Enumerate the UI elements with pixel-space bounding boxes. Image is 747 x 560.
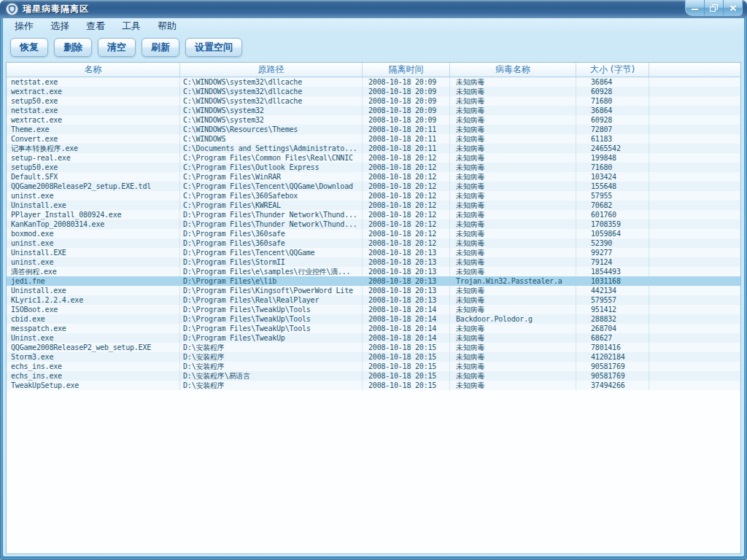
restore-file-button[interactable]: 恢复 xyxy=(10,38,48,57)
table-row[interactable]: wextract.exe C:\WINDOWS\system32\dllcach… xyxy=(7,87,740,96)
table-row[interactable]: Convert.exe C:\WINDOWS 2008-10-18 20:11 … xyxy=(7,134,740,144)
cell-time: 2008-10-18 20:14 xyxy=(363,305,450,314)
cell-path: D:\Program Files\TweakUp\Tools xyxy=(180,305,363,314)
cell-time: 2008-10-18 20:12 xyxy=(363,163,450,172)
table-row[interactable]: Theme.exe C:\WINDOWS\Resources\Themes 20… xyxy=(7,125,740,134)
menu-view[interactable]: 查看 xyxy=(80,18,111,34)
cell-name: uninst.exe xyxy=(7,238,180,248)
cell-size: 37494266 xyxy=(576,381,649,390)
cell-filler xyxy=(649,163,740,172)
cell-virus: 未知病毒 xyxy=(450,267,576,276)
table-row[interactable]: QQGame2008ReleaseP2_setup.EXE.tdl C:\Pro… xyxy=(7,182,740,191)
cell-name: 滴答例程.exe xyxy=(7,267,180,276)
cell-time: 2008-10-18 20:15 xyxy=(363,362,450,371)
table-row[interactable]: boxmod.exe D:\Program Files\360safe 2008… xyxy=(7,229,740,238)
restore-icon xyxy=(710,4,718,12)
table-row[interactable]: Storm3.exe D:\安装程序 2008-10-18 20:15 未知病毒… xyxy=(7,352,740,362)
table-row[interactable]: wextract.exe C:\WINDOWS\system32 2008-10… xyxy=(7,115,740,125)
table-row[interactable]: Uninstall.exe D:\Program Files\Kingsoft\… xyxy=(7,286,740,295)
cell-filler xyxy=(649,96,740,106)
cell-size: 155648 xyxy=(576,182,649,191)
cell-path: D:\Program Files\Thunder Network\Thund..… xyxy=(180,219,363,229)
table-row[interactable]: KanKanTop_20080314.exe D:\Program Files\… xyxy=(7,219,740,229)
column-header-size[interactable]: 大小 (字节) xyxy=(576,63,649,77)
menu-help[interactable]: 帮助 xyxy=(152,18,182,34)
cell-virus: 未知病毒 xyxy=(450,295,576,305)
cell-name: uninst.exe xyxy=(7,191,180,201)
cell-filler xyxy=(649,324,740,333)
table-row[interactable]: Uninstall.EXE D:\Program Files\Tencent\Q… xyxy=(7,248,740,257)
menu-select[interactable]: 选择 xyxy=(44,18,75,34)
window-title: 瑞星病毒隔离区 xyxy=(23,3,89,15)
column-header-virus[interactable]: 病毒名称 xyxy=(450,63,576,77)
table-row[interactable]: KLyric1.2.2.4.exe D:\Program Files\Real\… xyxy=(7,295,740,305)
table-row[interactable]: echs_ins.exe D:\安装程序\易语言 2008-10-18 20:1… xyxy=(7,371,740,381)
cell-path: D:\安装程序 xyxy=(180,352,363,362)
cell-virus: 未知病毒 xyxy=(450,333,576,343)
table-row[interactable]: TweakUpSetup.exe D:\安装程序 2008-10-18 20:1… xyxy=(7,381,740,390)
cell-size: 99277 xyxy=(576,248,649,257)
table-row[interactable]: jedi.fne D:\Program Files\e\lib 2008-10-… xyxy=(7,276,740,286)
cell-name: ISOBoot.exe xyxy=(7,305,180,314)
cell-size: 68627 xyxy=(576,333,649,343)
column-header-path[interactable]: 原路径 xyxy=(180,63,363,77)
table-row[interactable]: uninst.exe C:\Program Files\360Safebox 2… xyxy=(7,191,740,201)
cell-name: wextract.exe xyxy=(7,87,180,96)
table-row[interactable]: echs_ins.exe D:\安装程序 2008-10-18 20:15 未知… xyxy=(7,362,740,371)
cell-time: 2008-10-18 20:09 xyxy=(363,96,450,106)
table-row[interactable]: cbid.exe D:\Program Files\TweakUp\Tools … xyxy=(7,314,740,324)
refresh-button[interactable]: 刷新 xyxy=(142,38,179,57)
cell-filler xyxy=(649,144,740,153)
cell-size: 90581769 xyxy=(576,371,649,381)
table-row[interactable]: setup-real.exe C:\Program Files\Common F… xyxy=(7,153,740,163)
cell-virus: 未知病毒 xyxy=(450,381,576,390)
cell-filler xyxy=(649,286,740,295)
close-button[interactable] xyxy=(723,0,742,15)
minimize-icon xyxy=(692,4,698,11)
cell-path: C:\Program Files\WinRAR xyxy=(180,172,363,182)
cell-time: 2008-10-18 20:12 xyxy=(363,182,450,191)
restore-button[interactable] xyxy=(704,0,723,15)
minimize-button[interactable] xyxy=(686,0,704,15)
cell-name: cbid.exe xyxy=(7,314,180,324)
table-row[interactable]: Default.SFX C:\Program Files\WinRAR 2008… xyxy=(7,172,740,182)
table-row[interactable]: PPlayer_Install_080924.exe D:\Program Fi… xyxy=(7,210,740,219)
column-header-time[interactable]: 隔离时间 xyxy=(363,63,450,77)
table-row[interactable]: Uninst.exe D:\Program Files\TweakUp 2008… xyxy=(7,333,740,343)
cell-name: QQGame2008ReleaseP2_web_setup.EXE xyxy=(7,343,180,352)
cell-filler xyxy=(649,87,740,96)
cell-size: 1854493 xyxy=(576,267,649,276)
menu-tools[interactable]: 工具 xyxy=(116,18,147,34)
cell-path: C:\WINDOWS\Resources\Themes xyxy=(180,125,363,134)
cell-virus: 未知病毒 xyxy=(450,106,576,115)
table-row[interactable]: ISOBoot.exe D:\Program Files\TweakUp\Too… xyxy=(7,305,740,314)
table-row[interactable]: QQGame2008ReleaseP2_web_setup.EXE D:\安装程… xyxy=(7,343,740,352)
cell-path: C:\WINDOWS\system32\dllcache xyxy=(180,77,363,87)
menu-operate[interactable]: 操作 xyxy=(9,18,39,34)
cell-name: jedi.fne xyxy=(7,276,180,286)
table-row[interactable]: 滴答例程.exe D:\Program Files\e\samples\行业控件… xyxy=(7,267,740,276)
table-row[interactable]: setup50.exe C:\WINDOWS\system32\dllcache… xyxy=(7,96,740,106)
cell-size: 951412 xyxy=(576,305,649,314)
cell-virus: 未知病毒 xyxy=(450,191,576,201)
cell-time: 2008-10-18 20:09 xyxy=(363,106,450,115)
cell-virus: 未知病毒 xyxy=(450,163,576,172)
table-row[interactable]: uninst.exe D:\Program Files\StormII 2008… xyxy=(7,257,740,267)
set-space-button[interactable]: 设置空间 xyxy=(185,38,242,57)
table-row[interactable]: setup50.exe C:\Program Files\Outlook Exp… xyxy=(7,163,740,172)
table-row[interactable]: 记事本转换程序.exe C:\Documents and Settings\Ad… xyxy=(7,144,740,153)
delete-button[interactable]: 删除 xyxy=(54,38,92,57)
table-row[interactable]: netstat.exe C:\WINDOWS\system32 2008-10-… xyxy=(7,106,740,115)
cell-virus: 未知病毒 xyxy=(450,219,576,229)
cell-path: C:\WINDOWS\system32\dllcache xyxy=(180,96,363,106)
column-header-name[interactable]: 名称 xyxy=(7,63,180,77)
cell-path: D:\Program Files\Kingsoft\PowerWord Lite xyxy=(180,286,363,295)
title-bar[interactable]: 瑞星病毒隔离区 xyxy=(0,0,747,18)
table-row[interactable]: uninst.exe D:\Program Files\360safe 2008… xyxy=(7,238,740,248)
clear-all-button[interactable]: 清空 xyxy=(98,38,136,57)
cell-virus: 未知病毒 xyxy=(450,153,576,163)
table-row[interactable]: Uninstall.exe C:\Program Files\KWREAL 20… xyxy=(7,201,740,210)
table-row[interactable]: messpatch.exe D:\Program Files\TweakUp\T… xyxy=(7,324,740,333)
table-row[interactable]: netstat.exe C:\WINDOWS\system32\dllcache… xyxy=(7,77,740,87)
cell-size: 36864 xyxy=(576,106,649,115)
